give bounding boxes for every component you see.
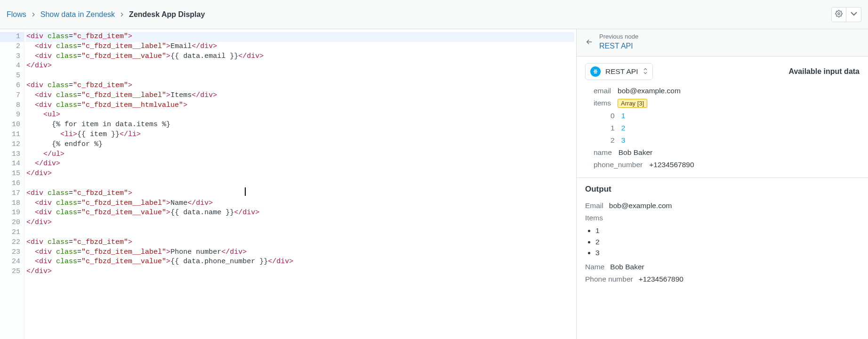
input-value: Bob Baker <box>619 148 652 157</box>
output-key: Email <box>585 202 603 210</box>
output-list-item: 3 <box>595 247 860 258</box>
code-line[interactable]: <div class="c_fbzd_item"> <box>25 32 574 42</box>
array-value: 2 <box>621 124 626 132</box>
back-arrow-icon[interactable] <box>585 38 594 46</box>
output-title: Output <box>585 185 860 194</box>
output-value: bob@example.com <box>609 202 672 210</box>
node-selector[interactable]: REST API <box>585 63 653 80</box>
input-array-item[interactable]: 01 <box>602 110 860 122</box>
output-row-items: Items <box>585 212 860 224</box>
input-array-items: 011223 <box>585 110 860 146</box>
code-line[interactable]: <div class="c_fbzd_item__label">Items</d… <box>25 91 574 101</box>
previous-node-name[interactable]: REST API <box>599 41 638 51</box>
code-line[interactable]: </div> <box>25 61 574 71</box>
top-actions <box>831 7 861 22</box>
chevron-down-icon <box>850 10 858 19</box>
code-line[interactable]: <div class="c_fbzd_item__label">Email</d… <box>25 42 574 52</box>
output-row-name: Name Bob Baker <box>585 261 860 273</box>
input-array-item[interactable]: 12 <box>602 122 860 134</box>
input-key: email <box>594 87 611 95</box>
breadcrumb: Flows Show data in Zendesk Zendesk App D… <box>7 10 205 19</box>
breadcrumb-parent[interactable]: Show data in Zendesk <box>40 10 115 19</box>
available-input-title: Available input data <box>788 67 860 76</box>
chevron-right-icon <box>120 10 124 19</box>
right-panel: Previous node REST API REST API <box>576 29 868 339</box>
code-line[interactable]: </div> <box>25 267 574 277</box>
text-cursor <box>245 187 246 196</box>
topbar: Flows Show data in Zendesk Zendesk App D… <box>0 0 868 29</box>
output-list-item: 2 <box>595 236 860 247</box>
output-section: Output Email bob@example.com Items 123 N… <box>577 178 868 339</box>
code-line[interactable]: </div> <box>25 159 574 169</box>
updown-icon <box>643 68 648 76</box>
svg-point-0 <box>838 13 840 15</box>
input-array-item[interactable]: 23 <box>602 134 860 146</box>
code-line[interactable]: <div class="c_fbzd_item__label">Phone nu… <box>25 248 574 258</box>
code-line[interactable]: <div class="c_fbzd_item__label">Name</di… <box>25 199 574 209</box>
output-key: Phone number <box>585 275 633 283</box>
code-line[interactable]: </div> <box>25 169 574 179</box>
breadcrumb-root[interactable]: Flows <box>7 10 26 19</box>
array-index: 0 <box>611 112 615 120</box>
code-line[interactable]: <div class="c_fbzd_item"> <box>25 189 574 199</box>
input-row-phone[interactable]: phone_number +1234567890 <box>585 159 860 171</box>
output-value: +1234567890 <box>639 275 683 283</box>
input-row-name[interactable]: name Bob Baker <box>585 146 860 159</box>
editor-code[interactable]: <div class="c_fbzd_item"> <div class="c_… <box>24 29 576 339</box>
output-key: Name <box>585 263 604 271</box>
gear-icon <box>835 10 843 19</box>
array-value: 1 <box>621 112 626 120</box>
settings-dropdown-button[interactable] <box>846 7 861 22</box>
chevron-right-icon <box>31 10 36 19</box>
output-row-email: Email bob@example.com <box>585 200 860 212</box>
input-key: items <box>594 99 611 108</box>
input-key: name <box>594 148 612 157</box>
code-line[interactable]: <div class="c_fbzd_item__value">{{ data.… <box>25 52 574 62</box>
breadcrumb-current: Zendesk App Display <box>129 10 205 19</box>
code-line[interactable] <box>25 179 574 189</box>
previous-node-bar: Previous node REST API <box>577 29 868 56</box>
code-line[interactable]: </div> <box>25 218 574 228</box>
output-value: Bob Baker <box>610 263 644 271</box>
code-line[interactable]: <div class="c_fbzd_item__value">{{ data.… <box>25 257 574 267</box>
code-line[interactable]: {% for item in data.items %} <box>25 120 574 130</box>
code-line[interactable] <box>25 228 574 238</box>
code-line[interactable]: <div class="c_fbzd_item__value">{{ data.… <box>25 208 574 218</box>
output-list-item: 1 <box>595 225 860 236</box>
input-value: bob@example.com <box>618 87 681 95</box>
output-key: Items <box>585 214 603 222</box>
code-line[interactable]: </ul> <box>25 150 574 160</box>
editor-gutter: 1234567891011121314151617181920212223242… <box>0 29 24 339</box>
code-line[interactable]: <ul> <box>25 110 574 120</box>
previous-node-label: Previous node <box>599 33 638 41</box>
code-line[interactable]: <div class="c_fbzd_item"> <box>25 81 574 91</box>
code-line[interactable]: <li>{{ item }}</li> <box>25 130 574 140</box>
array-index: 1 <box>611 124 615 132</box>
input-section: REST API Available input data email bob@… <box>577 56 868 178</box>
api-icon <box>590 66 601 77</box>
node-selector-label: REST API <box>605 67 638 76</box>
code-line[interactable]: <div class="c_fbzd_item"> <box>25 238 574 248</box>
input-key: phone_number <box>594 161 643 169</box>
output-items-list: 123 <box>595 225 860 258</box>
code-line[interactable]: <div class="c_fbzd_item__htmlvalue"> <box>25 101 574 111</box>
array-badge: Array [3] <box>618 99 647 108</box>
array-value: 3 <box>621 136 626 145</box>
input-value: +1234567890 <box>649 161 694 169</box>
input-row-email[interactable]: email bob@example.com <box>585 85 860 97</box>
output-row-phone: Phone number +1234567890 <box>585 273 860 285</box>
input-row-items[interactable]: items Array [3] <box>585 97 860 110</box>
code-line[interactable] <box>25 71 574 81</box>
settings-button[interactable] <box>831 7 846 22</box>
array-index: 2 <box>611 136 615 145</box>
code-line[interactable]: {% endfor %} <box>25 140 574 150</box>
code-editor[interactable]: 1234567891011121314151617181920212223242… <box>0 29 576 339</box>
